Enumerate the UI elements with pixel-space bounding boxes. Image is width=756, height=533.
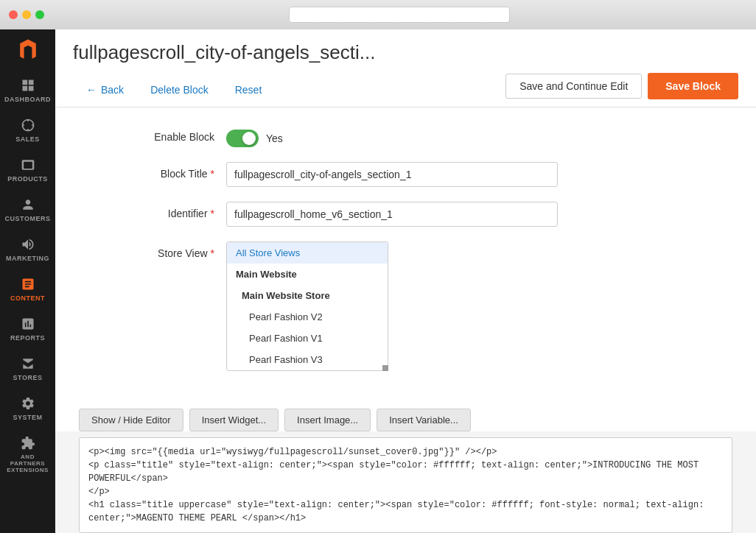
code-line-4: <h1 class="title uppercase" style="text-… bbox=[88, 500, 704, 523]
store-view-option-main-website-store[interactable]: Main Website Store bbox=[227, 285, 388, 306]
store-view-select[interactable]: All Store Views Main Website Main Websit… bbox=[226, 241, 388, 371]
sidebar-item-reports[interactable]: REPORTS bbox=[0, 309, 55, 349]
insert-image-button[interactable]: Insert Image... bbox=[284, 409, 371, 431]
sidebar-item-stores[interactable]: STORES bbox=[0, 349, 55, 389]
enable-block-label: Enable Block bbox=[79, 125, 226, 143]
page-title: fullpagescroll_city-of-angels_secti... bbox=[73, 41, 738, 64]
store-view-option-pearl-v3[interactable]: Pearl Fashion V3 bbox=[227, 349, 388, 370]
minimize-button-mac[interactable] bbox=[22, 10, 31, 19]
sidebar-item-customers[interactable]: CUSTOMERS bbox=[0, 190, 55, 230]
editor-toolbar: Show / Hide Editor Insert Widget... Inse… bbox=[55, 409, 756, 431]
app-layout: DASHBOARD SALES PRODUCTS CUSTOMERS MARKE… bbox=[0, 29, 756, 533]
enable-block-toggle[interactable] bbox=[226, 130, 259, 147]
reset-button[interactable]: Reset bbox=[222, 77, 276, 103]
block-title-label: Block Title * bbox=[79, 162, 226, 180]
identifier-input[interactable] bbox=[226, 202, 558, 227]
enable-block-value: Yes bbox=[266, 133, 283, 144]
block-title-input[interactable] bbox=[226, 162, 558, 187]
toggle-slider bbox=[226, 130, 259, 147]
identifier-required-star: * bbox=[211, 208, 214, 219]
sidebar: DASHBOARD SALES PRODUCTS CUSTOMERS MARKE… bbox=[0, 29, 55, 533]
save-continue-button[interactable]: Save and Continue Edit bbox=[505, 74, 642, 99]
sidebar-item-system[interactable]: SYSTEM bbox=[0, 389, 55, 428]
sidebar-item-products[interactable]: PRODUCTS bbox=[0, 150, 55, 190]
enable-block-row: Enable Block Yes bbox=[79, 125, 732, 147]
store-view-row: Store View * All Store Views Main Websit… bbox=[79, 241, 732, 371]
form-area: Enable Block Yes Block Title * bbox=[55, 107, 756, 409]
sidebar-item-label-partners: AND PARTNERS EXTENSIONS bbox=[3, 453, 52, 473]
maximize-button-mac[interactable] bbox=[35, 10, 44, 19]
enable-block-toggle-wrap: Yes bbox=[226, 125, 283, 147]
store-view-label: Store View * bbox=[79, 241, 226, 259]
save-block-button[interactable]: Save Block bbox=[648, 73, 738, 99]
block-title-required-star: * bbox=[211, 168, 214, 180]
store-view-option-all[interactable]: All Store Views bbox=[227, 242, 388, 264]
insert-widget-button[interactable]: Insert Widget... bbox=[189, 409, 279, 431]
resize-handle[interactable] bbox=[382, 365, 388, 371]
close-button-mac[interactable] bbox=[9, 10, 18, 19]
address-bar[interactable] bbox=[289, 7, 510, 23]
show-hide-editor-button[interactable]: Show / Hide Editor bbox=[79, 409, 183, 431]
delete-block-button[interactable]: Delete Block bbox=[137, 77, 222, 103]
identifier-row: Identifier * bbox=[79, 202, 732, 227]
store-view-option-pearl-v2[interactable]: Pearl Fashion V2 bbox=[227, 306, 388, 328]
sidebar-item-partners[interactable]: AND PARTNERS EXTENSIONS bbox=[0, 428, 55, 481]
sidebar-item-marketing[interactable]: MARKETING bbox=[0, 230, 55, 269]
traffic-lights bbox=[9, 10, 44, 19]
page-header: fullpagescroll_city-of-angels_secti... ←… bbox=[55, 29, 756, 107]
store-view-wrapper: All Store Views Main Website Main Websit… bbox=[226, 241, 388, 371]
code-line-3: </p> bbox=[88, 487, 110, 497]
sidebar-logo bbox=[13, 35, 43, 65]
store-view-option-main-website[interactable]: Main Website bbox=[227, 264, 388, 285]
code-line-1: <p><img src="{{media url="wysiwyg/fullpa… bbox=[88, 447, 497, 457]
block-title-row: Block Title * bbox=[79, 162, 732, 187]
main-content: fullpagescroll_city-of-angels_secti... ←… bbox=[55, 29, 756, 533]
sidebar-item-content[interactable]: CONTENT bbox=[0, 269, 55, 309]
title-bar bbox=[0, 0, 756, 29]
store-view-required-star: * bbox=[211, 247, 214, 259]
sidebar-item-sales[interactable]: SALES bbox=[0, 110, 55, 150]
insert-variable-button[interactable]: Insert Variable... bbox=[377, 409, 471, 431]
back-arrow-icon: ← bbox=[86, 84, 97, 96]
sidebar-item-dashboard[interactable]: DASHBOARD bbox=[0, 71, 55, 110]
code-editor[interactable]: <p><img src="{{media url="wysiwyg/fullpa… bbox=[79, 437, 732, 533]
code-line-2: <p class="title" style="text-align: cent… bbox=[88, 460, 699, 484]
header-actions: ← Back Delete Block Reset Save and Conti… bbox=[73, 73, 738, 107]
back-button[interactable]: ← Back bbox=[73, 77, 137, 103]
identifier-label: Identifier * bbox=[79, 202, 226, 219]
store-view-option-pearl-v1[interactable]: Pearl Fashion V1 bbox=[227, 328, 388, 349]
